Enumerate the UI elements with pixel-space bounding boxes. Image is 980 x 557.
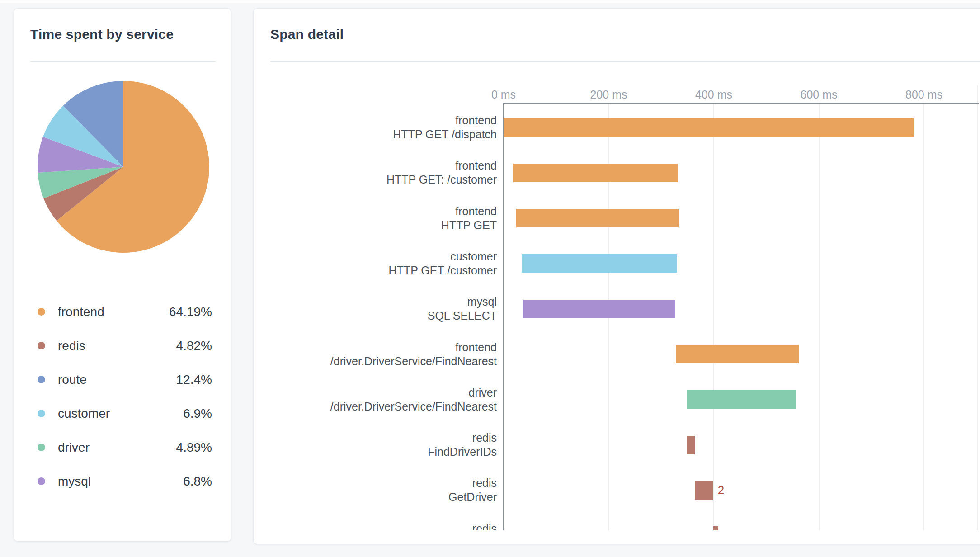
legend-percent-value: 6.8% — [183, 474, 212, 489]
span-service-name: frontend — [262, 159, 497, 173]
span-bar-redis[interactable] — [687, 436, 695, 454]
span-row-label: redis — [262, 522, 497, 530]
legend-color-dot — [38, 477, 45, 485]
span-row-label: redisGetDriver — [262, 476, 497, 504]
legend-percent-value: 4.82% — [176, 339, 212, 353]
span-service-name: frontend — [262, 204, 497, 218]
span-row-label: redisFindDriverIDs — [262, 431, 497, 459]
axis-tick-600ms: 600 ms — [778, 87, 860, 102]
legend-item-driver[interactable]: driver4.89% — [38, 430, 212, 464]
grid-line-600ms — [819, 104, 820, 530]
span-bar-mysql[interactable] — [523, 300, 675, 318]
span-operation-name: HTTP GET — [262, 218, 497, 232]
legend-service-name: route — [58, 373, 87, 387]
span-row-label: frontendHTTP GET /dispatch — [262, 113, 497, 142]
span-service-name: frontend — [262, 340, 497, 354]
pie-card-title: Time spent by service — [30, 27, 174, 42]
span-operation-name: FindDriverIDs — [262, 445, 497, 459]
axis-tick-0ms: 0 ms — [463, 87, 544, 102]
span-operation-name: /driver.DriverService/FindNearest — [262, 400, 497, 414]
legend-item-route[interactable]: route12.4% — [38, 363, 212, 397]
span-count-label: 2 — [718, 483, 724, 497]
legend-percent-value: 6.9% — [183, 406, 212, 421]
span-operation-name: /driver.DriverService/FindNearest — [262, 354, 497, 368]
span-row-label: frontendHTTP GET — [262, 204, 497, 232]
span-operation-name: SQL SELECT — [262, 309, 497, 323]
span-bar-frontend[interactable] — [513, 164, 678, 182]
grid-line-800ms — [923, 104, 924, 530]
span-service-name: redis — [262, 522, 497, 530]
span-bar-frontend[interactable] — [516, 209, 679, 227]
legend-color-dot — [38, 444, 45, 451]
span-operation-name: GetDriver — [262, 490, 497, 504]
span-service-name: driver — [262, 386, 497, 400]
time-spent-by-service-card: Time spent by service frontend64.19%redi… — [14, 8, 231, 542]
span-bar-redis[interactable] — [695, 481, 713, 500]
span-detail-card: Span detail 0 ms200 ms400 ms600 ms800 ms… — [253, 8, 980, 544]
window-top-strip — [0, 0, 980, 3]
span-row-label: customerHTTP GET /customer — [262, 250, 497, 278]
legend-service-name: mysql — [58, 474, 91, 489]
legend-percent-value: 4.89% — [176, 440, 212, 455]
span-bar-frontend[interactable] — [504, 118, 914, 137]
legend-percent-value: 64.19% — [169, 305, 212, 319]
span-bar-driver[interactable] — [687, 390, 796, 409]
span-bar-redis[interactable] — [713, 526, 719, 530]
axis-tick-200ms: 200 ms — [568, 87, 650, 102]
span-service-name: redis — [262, 431, 497, 445]
span-service-name: redis — [262, 476, 497, 490]
legend-service-name: frontend — [58, 305, 104, 319]
grid-line-400ms — [713, 104, 714, 530]
x-axis-line — [504, 103, 979, 104]
legend-service-name: customer — [58, 406, 110, 421]
span-operation-name: HTTP GET /dispatch — [262, 127, 497, 142]
legend-item-frontend[interactable]: frontend64.19% — [38, 295, 212, 329]
legend-color-dot — [38, 376, 45, 383]
span-bar-customer[interactable] — [522, 254, 677, 273]
plot-right-border — [977, 85, 978, 530]
legend-color-dot — [38, 308, 45, 316]
axis-tick-400ms: 400 ms — [673, 87, 754, 102]
span-row-label: frontend/driver.DriverService/FindNeares… — [262, 340, 497, 368]
legend-item-mysql[interactable]: mysql6.8% — [38, 464, 212, 498]
span-row-label: frontendHTTP GET: /customer — [262, 159, 497, 187]
span-service-name: customer — [262, 250, 497, 264]
pie-card-divider — [30, 61, 216, 62]
span-bar-frontend[interactable] — [676, 345, 799, 363]
legend-percent-value: 12.4% — [176, 373, 212, 387]
pie-chart — [14, 67, 231, 275]
span-row-label: driver/driver.DriverService/FindNearest — [262, 386, 497, 414]
pie-legend: frontend64.19%redis4.82%route12.4%custom… — [38, 295, 212, 498]
span-row-label: mysqlSQL SELECT — [262, 295, 497, 323]
legend-color-dot — [38, 410, 45, 417]
legend-service-name: driver — [58, 440, 90, 455]
legend-color-dot — [38, 342, 45, 349]
span-gantt-chart: 0 ms200 ms400 ms600 ms800 msfrontendHTTP… — [254, 9, 980, 530]
axis-tick-800ms: 800 ms — [883, 87, 965, 102]
span-operation-name: HTTP GET /customer — [262, 264, 497, 278]
span-operation-name: HTTP GET: /customer — [262, 173, 497, 187]
span-service-name: frontend — [262, 113, 497, 127]
legend-item-redis[interactable]: redis4.82% — [38, 329, 212, 363]
y-axis-line — [503, 103, 504, 530]
span-service-name: mysql — [262, 295, 497, 309]
legend-service-name: redis — [58, 339, 85, 353]
legend-item-customer[interactable]: customer6.9% — [38, 397, 212, 430]
